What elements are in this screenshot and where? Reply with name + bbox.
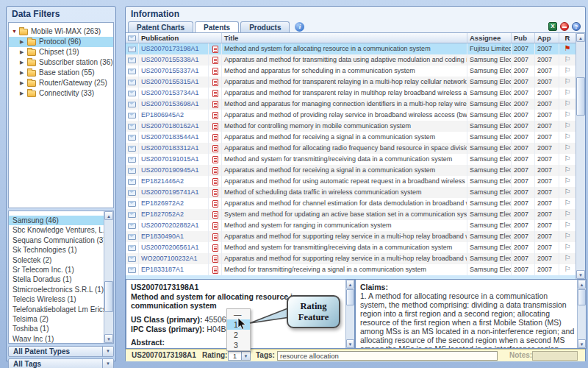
flag-icon[interactable]: ⚐ (564, 66, 571, 74)
table-scrollbar[interactable]: ▲ ▼ (576, 33, 585, 279)
rating-option[interactable]: 2 (227, 330, 250, 340)
tree-item[interactable]: ▶ Router/Gateway (25) (9, 78, 113, 88)
flag-cell[interactable]: ⚐ (559, 253, 576, 264)
flag-icon[interactable]: ⚐ (564, 88, 571, 96)
flag-icon[interactable]: ⚐ (564, 177, 571, 185)
envelope-icon[interactable] (126, 231, 139, 242)
flag-cell[interactable]: ⚐ (559, 88, 576, 99)
publication-link[interactable]: US20070180162A1 (139, 121, 209, 132)
table-row[interactable]: EP1827052A2 System and method for updati… (126, 209, 576, 220)
column-publication[interactable]: Publication (139, 33, 222, 43)
flag-cell[interactable]: ⚐ (559, 54, 576, 66)
collapse-arrow-icon[interactable]: ▼ (12, 26, 18, 37)
pdf-icon[interactable] (209, 43, 222, 54)
table-row[interactable]: EP1806945A2 Apparatus and method of prov… (126, 110, 576, 121)
flag-cell[interactable]: ⚐ (559, 99, 576, 110)
claims-scrollbar[interactable]: ▲ ▼ (577, 280, 586, 348)
tree-item[interactable]: ▶ Connectivity (33) (9, 88, 113, 99)
assignee-item[interactable]: Solectek (2) (9, 255, 104, 265)
rating-option[interactable]: 3 (227, 340, 250, 350)
flag-icon[interactable]: ⚐ (564, 188, 571, 196)
expand-arrow-icon[interactable]: ▶ (20, 57, 26, 68)
expand-arrow-icon[interactable]: ▶ (20, 88, 26, 99)
publication-link[interactable]: US20070190945A1 (139, 165, 209, 176)
flag-cell[interactable]: ⚐ (559, 176, 576, 187)
envelope-icon[interactable] (126, 43, 139, 54)
envelope-icon[interactable] (126, 187, 139, 198)
flag-icon[interactable]: ⚐ (564, 254, 571, 262)
column-r[interactable]: R (559, 33, 576, 43)
pdf-icon[interactable] (209, 209, 222, 220)
scroll-thumb[interactable] (578, 289, 586, 305)
envelope-icon[interactable] (126, 54, 139, 66)
envelope-icon[interactable] (126, 99, 139, 110)
assignee-item[interactable]: Stella Doradus (1) (9, 275, 104, 284)
flag-icon[interactable]: ⚑ (564, 44, 571, 52)
publication-link[interactable]: US20070173198A1 (139, 43, 209, 54)
publication-link[interactable]: US20070153734A1 (139, 88, 209, 99)
flag-icon[interactable]: ⚐ (564, 144, 571, 152)
patent-types-select[interactable]: All Patent Types ▼ (8, 346, 114, 357)
flag-cell[interactable]: ⚐ (559, 121, 576, 132)
envelope-icon[interactable] (126, 154, 139, 165)
table-row[interactable]: US20070173198A1 Method and system for al… (126, 43, 576, 54)
flag-icon[interactable]: ⚐ (564, 132, 571, 141)
envelope-icon[interactable] (126, 209, 139, 220)
envelope-icon[interactable] (126, 198, 139, 209)
flag-cell[interactable]: ⚐ (559, 231, 576, 242)
publication-link[interactable]: EP1830490A1 (139, 231, 209, 242)
table-row[interactable]: EP1833187A1 Method for transmitting/rece… (126, 264, 576, 275)
envelope-icon[interactable] (126, 176, 139, 187)
tree-item[interactable]: ▶ Chipset (19) (9, 47, 113, 57)
publication-link[interactable]: US20070183312A1 (139, 143, 209, 154)
publication-link[interactable]: EP1826972A2 (139, 198, 209, 209)
table-row[interactable]: US20070155315A1 Apparatus and method for… (126, 77, 576, 88)
assignee-item[interactable]: Sk Technologies (1) (9, 245, 104, 255)
table-row[interactable]: US20070190945A1 Apparatus and method for… (126, 165, 576, 176)
tree-item[interactable]: ▶ Base station (55) (9, 68, 113, 78)
publication-link[interactable]: US20070202882A1 (139, 220, 209, 231)
pdf-icon[interactable] (209, 143, 222, 154)
rating-dropdown-arrow-icon[interactable]: ▼ (241, 351, 251, 361)
tab[interactable]: Products (240, 21, 290, 32)
column-assignee[interactable]: Assignee (467, 33, 512, 43)
expand-arrow-icon[interactable]: ▶ (20, 47, 26, 57)
pdf-icon[interactable] (209, 121, 222, 132)
expand-arrow-icon[interactable]: ▶ (20, 37, 26, 47)
pdf-icon[interactable] (209, 77, 222, 88)
excel-export-icon[interactable]: X (548, 22, 557, 31)
column-title[interactable]: Title (222, 33, 467, 43)
publication-link[interactable]: WO2007100232A1 (139, 253, 209, 264)
flag-cell[interactable]: ⚐ (559, 209, 576, 220)
pdf-icon[interactable] (209, 231, 222, 242)
block-icon[interactable] (560, 22, 569, 31)
pdf-icon[interactable] (209, 198, 222, 209)
flag-icon[interactable]: ⚐ (564, 265, 571, 273)
scroll-down-icon[interactable]: ▼ (104, 334, 113, 343)
table-row[interactable]: US20070153698A1 Method and apparatus for… (126, 99, 576, 110)
pdf-icon[interactable] (209, 66, 222, 77)
publication-link[interactable]: EP1821446A2 (139, 176, 209, 187)
envelope-icon[interactable] (126, 66, 139, 77)
flag-cell[interactable]: ⚐ (559, 198, 576, 209)
envelope-icon[interactable] (126, 242, 139, 253)
expand-arrow-icon[interactable]: ▶ (20, 78, 26, 88)
flag-icon[interactable]: ⚐ (564, 121, 571, 130)
pdf-icon[interactable] (209, 54, 222, 66)
envelope-icon[interactable] (126, 110, 139, 121)
tree-item[interactable]: ▶ Subscriber station (36) (9, 57, 113, 68)
flag-cell[interactable]: ⚐ (559, 242, 576, 253)
flag-icon[interactable]: ⚐ (564, 99, 571, 107)
assignee-scrollbar[interactable]: ▲ ▼ (104, 211, 113, 343)
publication-link[interactable]: US20070183544A1 (139, 132, 209, 143)
table-row[interactable]: US20070183544A1 Apparatus and method for… (126, 132, 576, 143)
table-row[interactable]: US20070183312A1 Apparatus and method for… (126, 143, 576, 154)
scroll-down-icon[interactable]: ▼ (578, 339, 586, 348)
pdf-icon[interactable] (209, 242, 222, 253)
assignee-item[interactable]: Sequans Communication (3) (9, 236, 104, 245)
flag-cell[interactable]: ⚐ (559, 132, 576, 143)
envelope-icon[interactable] (126, 88, 139, 99)
flag-icon[interactable]: ⚐ (564, 210, 571, 218)
tab[interactable]: Patent Charts (128, 21, 193, 32)
flag-icon[interactable]: ⚐ (564, 166, 571, 174)
